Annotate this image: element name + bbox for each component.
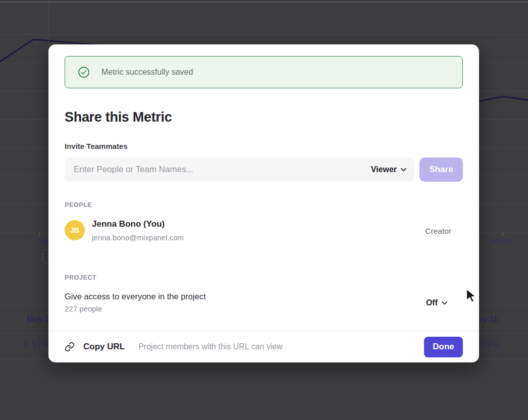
member-name: Jenna Bono (You) — [92, 219, 165, 229]
done-button[interactable]: Done — [424, 337, 463, 357]
table-value-left: 5.57% — [23, 340, 51, 350]
avatar: JB — [65, 220, 85, 240]
chevron-down-icon — [401, 168, 406, 172]
project-access-dropdown[interactable]: Off — [426, 298, 447, 308]
table-date-left: May 5 — [27, 314, 49, 325]
x-axis-label-right: May 26 — [492, 237, 513, 245]
project-access-subtitle: 227 people — [65, 304, 102, 313]
copy-url-label: Copy URL — [83, 342, 125, 352]
copy-url-button[interactable]: Copy URL — [65, 342, 125, 352]
share-modal: Metric successfully saved Share this Met… — [48, 44, 479, 362]
people-heading: PEOPLE — [65, 201, 92, 209]
invite-input[interactable] — [65, 165, 363, 175]
modal-title: Share this Metric — [65, 109, 172, 125]
success-banner: Metric successfully saved — [65, 56, 463, 88]
role-dropdown-value: Viewer — [371, 165, 397, 174]
x-axis-label-left: Ma — [38, 237, 47, 245]
chevron-down-icon — [442, 301, 447, 305]
table-separator — [0, 417, 528, 418]
axis-tick — [503, 233, 503, 236]
chart-gridline — [0, 6, 528, 7]
chart-gridline — [0, 34, 528, 35]
member-role: Creator — [425, 227, 451, 236]
project-heading: PROJECT — [65, 274, 96, 282]
member-email: jenna.bono@mixpanel.com — [92, 233, 184, 242]
panel-top-border — [0, 2, 528, 3]
modal-footer: Copy URL Project members with this URL c… — [48, 331, 479, 362]
mouse-cursor — [465, 288, 479, 303]
url-permission-note: Project members with this URL can view — [138, 342, 283, 351]
invite-teammates-label: Invite Teammates — [65, 142, 128, 151]
banner-message: Metric successfully saved — [101, 68, 193, 77]
project-access-value: Off — [426, 298, 438, 307]
table-value-right: 35% — [481, 340, 500, 350]
app-canvas: Ma May 26 May 5 5.57% May 11 35% Metric … — [0, 0, 528, 420]
role-dropdown[interactable]: Viewer — [363, 158, 414, 182]
check-circle-icon — [78, 66, 90, 78]
invite-input-container: Viewer — [65, 158, 414, 182]
project-access-title: Give access to everyone in the project — [65, 291, 206, 301]
share-button[interactable]: Share — [419, 158, 463, 182]
axis-tick — [39, 233, 40, 236]
link-icon — [65, 342, 75, 352]
